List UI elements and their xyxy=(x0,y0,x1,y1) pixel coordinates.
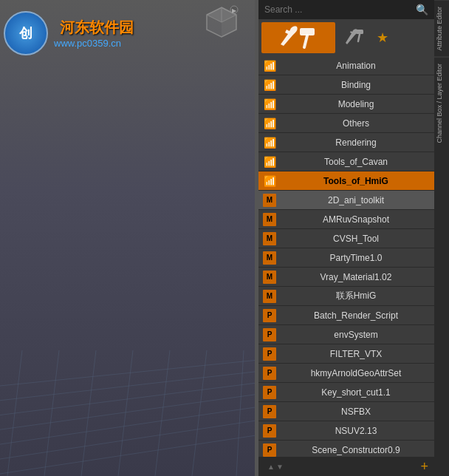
sidebar-label-attribute-editor[interactable]: Attribute Editor xyxy=(434,0,449,57)
panel-content: 🔍 xyxy=(258,0,434,476)
logo-circle: 创 xyxy=(4,11,48,55)
list-item[interactable]: 📶 Tools_of_Cavan xyxy=(258,152,434,171)
far-right-sidebar: Attribute Editor Channel Box / Layer Edi… xyxy=(434,0,449,476)
right-panel: 🔍 xyxy=(258,0,449,476)
category-tools-cavan-label: Tools_of_Cavan xyxy=(281,157,431,167)
list-item[interactable]: M Vray_Material1.02 xyxy=(258,268,434,287)
plugin-cvsh-label: CVSH_Tool xyxy=(281,234,431,244)
logo-area: 创 河东软件园 www.pc0359.cn xyxy=(4,4,151,63)
svg-line-20 xyxy=(155,350,170,476)
list-item[interactable]: 📶 Binding xyxy=(258,75,434,95)
wifi-icon-rendering: 📶 xyxy=(261,135,278,151)
list-item[interactable]: 📶 Rendering xyxy=(258,133,434,152)
plugin-amruv-label: AMRuvSnapshot xyxy=(281,214,431,225)
search-bar: 🔍 xyxy=(258,0,434,19)
badge-m-amruv: M xyxy=(261,211,278,228)
list-item[interactable]: P hkmyArnoldGeoAttrSet xyxy=(258,364,434,383)
svg-line-16 xyxy=(7,350,22,476)
plugin-batch-render-label: Batch_Render_Script xyxy=(281,310,431,321)
badge-p-nsfbx: P xyxy=(261,404,278,420)
svg-line-24 xyxy=(304,35,307,47)
badge-m-lianxi: M xyxy=(261,288,278,305)
plugin-nsuv-label: NSUV2.13 xyxy=(281,426,431,436)
wifi-icon-binding: 📶 xyxy=(261,77,278,93)
badge-p-scene-constructor: P xyxy=(261,442,278,458)
list-item[interactable]: M CVSH_Tool xyxy=(258,229,434,248)
plugin-lianxi-label: 联系HmiG xyxy=(281,290,431,302)
plugin-list[interactable]: 📶 Animation 📶 Binding 📶 Modeling 📶 xyxy=(258,56,434,457)
list-item[interactable]: 📶 Tools_of_HmiG xyxy=(258,171,434,191)
scroll-up-button[interactable]: ▲ xyxy=(267,463,275,471)
list-item[interactable]: 📶 Animation xyxy=(258,56,434,75)
scroll-down-button[interactable]: ▼ xyxy=(276,463,284,471)
list-item[interactable]: M 2D_ani_toolkit xyxy=(258,191,434,210)
plugin-key-short-label: Key_short_cut1.1 xyxy=(281,387,431,398)
badge-p-batch-render: P xyxy=(261,307,278,324)
svg-text:▶: ▶ xyxy=(232,7,237,14)
plugin-scene-constructor-label: Scene_Constructor0.9 xyxy=(281,445,431,455)
list-item[interactable]: P envSystem xyxy=(258,325,434,344)
badge-m-vray: M xyxy=(261,269,278,285)
list-item[interactable]: P FILTER_VTX xyxy=(258,344,434,364)
badge-p-filter-vtx: P xyxy=(261,346,278,362)
svg-line-17 xyxy=(44,350,59,476)
svg-line-10 xyxy=(0,369,258,402)
svg-line-21 xyxy=(192,350,207,476)
tools-icon-button[interactable] xyxy=(338,22,369,53)
tools-icon xyxy=(344,28,363,47)
list-item[interactable]: P Scene_Constructor0.9 xyxy=(258,441,434,457)
search-icon[interactable]: 🔍 xyxy=(413,4,431,16)
add-plugin-button[interactable]: + xyxy=(420,459,428,475)
svg-line-15 xyxy=(0,432,258,476)
list-item[interactable]: P Key_short_cut1.1 xyxy=(258,383,434,402)
list-item[interactable]: P NSFBX xyxy=(258,402,434,421)
sidebar-label-channel-box[interactable]: Channel Box / Layer Editor xyxy=(434,57,449,149)
svg-line-22 xyxy=(236,350,244,476)
list-item[interactable]: P Batch_Render_Script xyxy=(258,306,434,325)
badge-m-cvsh: M xyxy=(261,231,278,247)
list-item[interactable]: P NSUV2.13 xyxy=(258,421,434,441)
plugin-partytime-label: PartyTime1.0 xyxy=(281,253,431,263)
badge-m-partytime: M xyxy=(261,250,278,266)
star-icon: ★ xyxy=(377,30,388,46)
viewport-grid xyxy=(0,239,258,476)
search-input[interactable] xyxy=(261,4,413,15)
badge-p-hkmy: P xyxy=(261,365,278,381)
svg-line-26 xyxy=(358,34,360,41)
list-item[interactable]: M 联系HmiG xyxy=(258,287,434,306)
plugin-hkmy-label: hkmyArnoldGeoAttrSet xyxy=(281,368,431,378)
logo-icon: 创 xyxy=(19,24,32,42)
category-rendering-label: Rendering xyxy=(281,137,431,148)
logo-sub-text: www.pc0359.cn xyxy=(54,38,134,49)
logo-main-text: 河东软件园 xyxy=(60,18,134,38)
badge-m-2d-ani: M xyxy=(261,192,278,208)
svg-line-18 xyxy=(81,350,96,476)
category-modeling-label: Modeling xyxy=(281,99,431,109)
svg-line-11 xyxy=(0,380,258,417)
list-item[interactable]: M PartyTime1.0 xyxy=(258,248,434,268)
wrench-hammer-icon xyxy=(276,25,321,50)
list-item[interactable]: M AMRuvSnapshot xyxy=(258,210,434,229)
category-tools-hmig-label: Tools_of_HmiG xyxy=(281,176,431,186)
plugin-nsfbx-label: NSFBX xyxy=(281,407,431,417)
badge-p-nsuv: P xyxy=(261,423,278,439)
wifi-icon-modeling: 📶 xyxy=(261,96,278,112)
bottom-bar: ▲ ▼ + xyxy=(258,457,434,476)
plugin-vray-label: Vray_Material1.02 xyxy=(281,272,431,282)
category-binding-label: Binding xyxy=(281,80,431,90)
main-toolbar-button[interactable] xyxy=(261,22,335,53)
list-item[interactable]: 📶 Modeling xyxy=(258,95,434,114)
cube-widget: ▶ xyxy=(203,4,240,41)
favorite-star-button[interactable]: ★ xyxy=(372,27,393,48)
wifi-icon-tools-hmig: 📶 xyxy=(261,173,278,189)
badge-p-envsystem: P xyxy=(261,327,278,343)
category-animation-label: Animation xyxy=(281,61,431,71)
plugin-filter-vtx-label: FILTER_VTX xyxy=(281,349,431,359)
wifi-icon-tools-cavan: 📶 xyxy=(261,154,278,170)
list-item[interactable]: 📶 Others xyxy=(258,114,434,133)
toolbar: ★ xyxy=(258,19,434,56)
plugin-2d-ani-label: 2D_ani_toolkit xyxy=(281,195,431,205)
wifi-icon-animation: 📶 xyxy=(261,58,278,74)
plugin-envsystem-label: envSystem xyxy=(281,330,431,340)
badge-p-key-short: P xyxy=(261,384,278,401)
